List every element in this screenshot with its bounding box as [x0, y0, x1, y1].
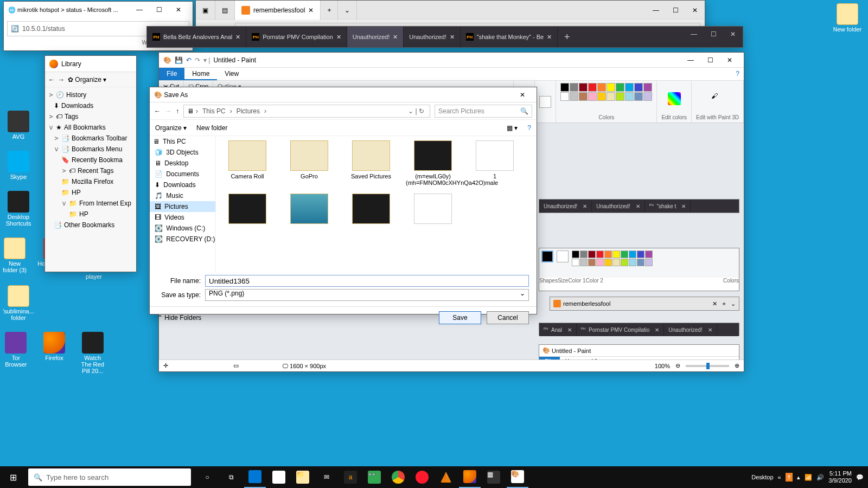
hide-folders[interactable]: ⌃ Hide Folders: [157, 314, 201, 322]
file-item[interactable]: Saved Pictures: [344, 140, 398, 186]
ff-max[interactable]: ☐: [704, 27, 723, 42]
zoom-in[interactable]: ⊕: [735, 362, 739, 369]
tb-amazon[interactable]: a: [340, 466, 361, 488]
node-other-bookmarks[interactable]: 📑 Other Bookmarks: [46, 220, 135, 230]
firefox-tab-1[interactable]: PHPornstar PMV Compilation✕: [246, 27, 347, 47]
tb-store[interactable]: 🛍: [268, 466, 290, 488]
node-downloads[interactable]: ⬇ Downloads: [46, 100, 135, 111]
color-swatch[interactable]: [616, 83, 624, 92]
firefox-new-tab[interactable]: +: [558, 27, 576, 47]
color-swatch[interactable]: [625, 83, 634, 92]
color-swatch[interactable]: [643, 83, 652, 92]
color-swatch[interactable]: [634, 83, 643, 92]
paint-help-icon[interactable]: ?: [731, 68, 744, 80]
color-swatch[interactable]: [604, 259, 612, 266]
tray-desktop[interactable]: Desktop: [751, 474, 773, 480]
color-swatch[interactable]: [612, 251, 620, 258]
tab-close-icon[interactable]: ✕: [450, 34, 455, 41]
saveas-help[interactable]: ?: [527, 124, 531, 132]
icon-desktop-shortcuts[interactable]: Desktop Shortcuts: [2, 191, 35, 227]
edge-tab-0[interactable]: rememberlessfool ✕: [235, 1, 321, 20]
saveas-titlebar[interactable]: 🎨 Save As ✕: [150, 87, 537, 102]
tray-vol-icon[interactable]: 🔊: [816, 474, 824, 481]
saveas-fwd[interactable]: →: [165, 107, 171, 115]
tree-3d[interactable]: 🧊 3D Objects: [150, 147, 215, 158]
color-swatch[interactable]: [570, 92, 578, 101]
firefox-tab-3[interactable]: Unauthorized!✕: [404, 27, 461, 47]
start-button[interactable]: ⊞: [0, 466, 26, 488]
qat-redo-icon[interactable]: ↷: [195, 56, 200, 64]
tb-cortana[interactable]: ○: [196, 466, 218, 488]
color-swatch[interactable]: [579, 92, 588, 101]
firefox-tab-4[interactable]: PH"shake that Monkey" - Be✕: [461, 27, 558, 47]
node-bookmarks-menu[interactable]: v📑 Bookmarks Menu: [46, 144, 135, 155]
tb-paint[interactable]: 🎨: [507, 466, 528, 488]
color-swatch[interactable]: [607, 92, 615, 101]
tree-downloads[interactable]: ⬇ Downloads: [150, 179, 215, 190]
edge-close[interactable]: ✕: [685, 3, 705, 18]
saveas-back[interactable]: ←: [154, 107, 161, 115]
zoom-out[interactable]: ⊖: [675, 362, 680, 369]
edge-tab-close[interactable]: ✕: [308, 7, 314, 14]
file-item[interactable]: [282, 194, 336, 226]
color-swatch[interactable]: [634, 92, 643, 101]
color-swatch[interactable]: [625, 92, 634, 101]
color-swatch[interactable]: [596, 251, 604, 258]
firefox-tab-0[interactable]: PHBella Bellz Analovers Anal✕: [147, 27, 246, 47]
node-mozilla-firefox[interactable]: 📁 Mozilla Firefox: [46, 176, 135, 187]
saveas-close[interactable]: ✕: [513, 87, 532, 102]
tb-chrome[interactable]: [387, 466, 409, 488]
saveas-search[interactable]: Search Pictures 🔍: [435, 105, 532, 118]
ribbon-paint3d[interactable]: 🖌 Edit with Paint 3D: [692, 81, 744, 123]
color-swatch[interactable]: [597, 83, 606, 92]
tray-net-icon[interactable]: ▴: [797, 474, 800, 481]
color-swatch[interactable]: [588, 259, 596, 266]
color-swatch[interactable]: [637, 251, 644, 258]
saveas-view-mode[interactable]: ▦ ▾: [507, 124, 518, 132]
ie-close[interactable]: ✕: [169, 2, 188, 17]
tray-notifications[interactable]: 💬: [856, 474, 864, 481]
edge-tab-actions-2[interactable]: ▤: [215, 1, 235, 20]
file-item[interactable]: GoPro: [282, 140, 336, 186]
color-swatch[interactable]: [580, 259, 588, 266]
color-swatch[interactable]: [579, 83, 588, 92]
ie-titlebar[interactable]: 🌐 mikrotik hotspot > status - Microsoft …: [4, 2, 193, 18]
color-swatch[interactable]: [580, 251, 588, 258]
file-item[interactable]: [406, 194, 460, 226]
color-swatch[interactable]: [596, 259, 604, 266]
tab-close-icon[interactable]: ✕: [547, 34, 552, 41]
node-recent-bookmarks[interactable]: 🔖 Recently Bookma: [46, 155, 135, 165]
tree-documents[interactable]: 📄 Documents: [150, 169, 215, 179]
icon-skype[interactable]: Skype: [2, 151, 35, 180]
tree-music[interactable]: 🎵 Music: [150, 190, 215, 201]
ribbon-edit-colors[interactable]: Edit colors: [657, 81, 692, 123]
saveas-new-folder[interactable]: New folder: [196, 124, 227, 132]
ribbon-color2[interactable]: [535, 81, 556, 123]
zoom-slider[interactable]: [686, 365, 729, 367]
tb-taskview[interactable]: ⧉: [220, 466, 242, 488]
filename-input[interactable]: [205, 275, 529, 287]
edge-new-tab[interactable]: +: [321, 1, 338, 20]
saveas-up[interactable]: ↑: [176, 107, 179, 115]
paint-tab-home[interactable]: Home: [184, 68, 217, 80]
node-from-ie[interactable]: v📁 From Internet Exp: [46, 198, 135, 209]
icon-tor[interactable]: Tor Browser: [2, 332, 30, 374]
file-item[interactable]: Camera Roll: [220, 140, 275, 186]
color-swatch[interactable]: [645, 251, 653, 258]
color-swatch[interactable]: [588, 251, 596, 258]
tb-explorer[interactable]: 📁: [292, 466, 314, 488]
save-button[interactable]: Save: [439, 311, 481, 324]
color-swatch[interactable]: [616, 92, 624, 101]
paint-min[interactable]: —: [681, 53, 700, 68]
saveas-file-list[interactable]: Camera RollGoProSaved Pictures(m=ewlLG0y…: [216, 136, 537, 272]
ff-close[interactable]: ✕: [723, 27, 743, 42]
node-history[interactable]: >🕘 History: [46, 89, 135, 100]
ie-min[interactable]: —: [130, 2, 149, 17]
tree-videos[interactable]: 🎞 Videos: [150, 212, 215, 223]
icon-redpill[interactable]: Watch The Red Pill 20...: [79, 332, 106, 374]
tray-overflow[interactable]: «: [778, 474, 781, 480]
tb-mail[interactable]: ✉: [316, 466, 337, 488]
color-swatch[interactable]: [621, 251, 628, 258]
paint-close[interactable]: ✕: [720, 53, 739, 68]
node-hp2[interactable]: 📁 HP: [46, 209, 135, 220]
